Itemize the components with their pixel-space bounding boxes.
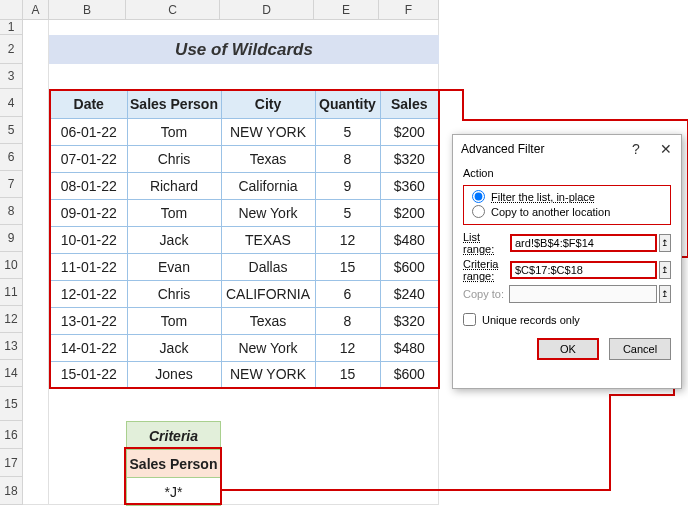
table-cell[interactable]: Evan bbox=[127, 253, 221, 280]
radio-filter-label[interactable]: Filter the list, in-place bbox=[491, 191, 595, 203]
row-header-6[interactable]: 6 bbox=[0, 144, 23, 171]
table-row[interactable]: 06-01-22TomNEW YORK5$200 bbox=[50, 118, 439, 145]
table-cell[interactable]: NEW YORK bbox=[221, 361, 315, 388]
row-header-12[interactable]: 12 bbox=[0, 306, 23, 333]
header-date[interactable]: Date bbox=[50, 90, 127, 118]
table-cell[interactable]: Texas bbox=[221, 307, 315, 334]
table-cell[interactable]: $360 bbox=[380, 172, 439, 199]
table-cell[interactable]: Richard bbox=[127, 172, 221, 199]
table-row[interactable]: 11-01-22EvanDallas15$600 bbox=[50, 253, 439, 280]
table-row[interactable]: 10-01-22JackTEXAS12$480 bbox=[50, 226, 439, 253]
row-header-13[interactable]: 13 bbox=[0, 333, 23, 360]
header-city[interactable]: City bbox=[221, 90, 315, 118]
row-header-9[interactable]: 9 bbox=[0, 225, 23, 252]
table-cell[interactable]: 13-01-22 bbox=[50, 307, 127, 334]
table-cell[interactable]: Tom bbox=[127, 307, 221, 334]
table-row[interactable]: 07-01-22ChrisTexas8$320 bbox=[50, 145, 439, 172]
table-cell[interactable]: $320 bbox=[380, 307, 439, 334]
radio-copy-label[interactable]: Copy to another location bbox=[491, 206, 610, 218]
col-header-b[interactable]: B bbox=[49, 0, 126, 20]
table-cell[interactable]: 06-01-22 bbox=[50, 118, 127, 145]
row-header-2[interactable]: 2 bbox=[0, 35, 23, 64]
table-cell[interactable]: NEW YORK bbox=[221, 118, 315, 145]
list-range-picker[interactable]: ↥ bbox=[659, 234, 671, 252]
criteria-range-input[interactable] bbox=[510, 261, 657, 279]
table-cell[interactable]: 08-01-22 bbox=[50, 172, 127, 199]
table-cell[interactable]: Tom bbox=[127, 118, 221, 145]
table-cell[interactable]: $240 bbox=[380, 280, 439, 307]
table-row[interactable]: 13-01-22TomTexas8$320 bbox=[50, 307, 439, 334]
table-cell[interactable]: $320 bbox=[380, 145, 439, 172]
row-header-14[interactable]: 14 bbox=[0, 360, 23, 387]
table-cell[interactable]: $200 bbox=[380, 118, 439, 145]
table-cell[interactable]: 11-01-22 bbox=[50, 253, 127, 280]
unique-records-checkbox[interactable] bbox=[463, 313, 476, 326]
row-header-15[interactable]: 15 bbox=[0, 387, 23, 421]
table-cell[interactable]: Chris bbox=[127, 280, 221, 307]
table-row[interactable]: 08-01-22RichardCalifornia9$360 bbox=[50, 172, 439, 199]
col-header-c[interactable]: C bbox=[126, 0, 220, 20]
criteria-value[interactable]: *J* bbox=[127, 478, 221, 506]
table-cell[interactable]: 15-01-22 bbox=[50, 361, 127, 388]
header-person[interactable]: Sales Person bbox=[127, 90, 221, 118]
table-cell[interactable]: $480 bbox=[380, 226, 439, 253]
criteria-range-picker[interactable]: ↥ bbox=[659, 261, 671, 279]
table-cell[interactable]: California bbox=[221, 172, 315, 199]
ok-button[interactable]: OK bbox=[537, 338, 599, 360]
table-cell[interactable]: 10-01-22 bbox=[50, 226, 127, 253]
row-header-7[interactable]: 7 bbox=[0, 171, 23, 198]
table-cell[interactable]: 5 bbox=[315, 118, 380, 145]
table-cell[interactable]: 15 bbox=[315, 361, 380, 388]
table-cell[interactable]: $600 bbox=[380, 253, 439, 280]
copy-to-picker[interactable]: ↥ bbox=[659, 285, 671, 303]
table-cell[interactable]: $600 bbox=[380, 361, 439, 388]
table-cell[interactable]: 6 bbox=[315, 280, 380, 307]
row-header-5[interactable]: 5 bbox=[0, 117, 23, 144]
table-row[interactable]: 09-01-22TomNew York5$200 bbox=[50, 199, 439, 226]
table-cell[interactable]: TEXAS bbox=[221, 226, 315, 253]
table-cell[interactable]: 8 bbox=[315, 307, 380, 334]
row-header-18[interactable]: 18 bbox=[0, 477, 23, 505]
table-cell[interactable]: Texas bbox=[221, 145, 315, 172]
table-cell[interactable]: 09-01-22 bbox=[50, 199, 127, 226]
table-row[interactable]: 14-01-22JackNew York12$480 bbox=[50, 334, 439, 361]
table-cell[interactable]: 5 bbox=[315, 199, 380, 226]
col-header-d[interactable]: D bbox=[220, 0, 314, 20]
radio-filter-in-place[interactable] bbox=[472, 190, 485, 203]
table-cell[interactable]: CALIFORNIA bbox=[221, 280, 315, 307]
row-header-8[interactable]: 8 bbox=[0, 198, 23, 225]
table-cell[interactable]: 9 bbox=[315, 172, 380, 199]
table-cell[interactable]: Dallas bbox=[221, 253, 315, 280]
table-cell[interactable]: Jack bbox=[127, 226, 221, 253]
table-cell[interactable]: 07-01-22 bbox=[50, 145, 127, 172]
row-header-1[interactable]: 1 bbox=[0, 20, 23, 35]
table-cell[interactable]: Jones bbox=[127, 361, 221, 388]
row-header-4[interactable]: 4 bbox=[0, 89, 23, 117]
header-sales[interactable]: Sales bbox=[380, 90, 439, 118]
row-header-3[interactable]: 3 bbox=[0, 64, 23, 89]
table-cell[interactable]: Chris bbox=[127, 145, 221, 172]
table-cell[interactable]: 12 bbox=[315, 334, 380, 361]
criteria-header[interactable]: Sales Person bbox=[127, 450, 221, 478]
unique-records-label[interactable]: Unique records only bbox=[482, 314, 580, 326]
table-cell[interactable]: New York bbox=[221, 334, 315, 361]
cancel-button[interactable]: Cancel bbox=[609, 338, 671, 360]
table-row[interactable]: 12-01-22ChrisCALIFORNIA6$240 bbox=[50, 280, 439, 307]
table-cell[interactable]: $200 bbox=[380, 199, 439, 226]
table-cell[interactable]: $480 bbox=[380, 334, 439, 361]
table-cell[interactable]: Jack bbox=[127, 334, 221, 361]
corner-cell[interactable] bbox=[0, 0, 23, 20]
list-range-input[interactable] bbox=[510, 234, 657, 252]
table-row[interactable]: 15-01-22JonesNEW YORK15$600 bbox=[50, 361, 439, 388]
table-cell[interactable]: 14-01-22 bbox=[50, 334, 127, 361]
table-cell[interactable]: 12-01-22 bbox=[50, 280, 127, 307]
col-header-a[interactable]: A bbox=[23, 0, 49, 20]
close-icon[interactable]: ✕ bbox=[651, 135, 681, 163]
row-header-10[interactable]: 10 bbox=[0, 252, 23, 279]
dialog-help-button[interactable]: ? bbox=[621, 135, 651, 163]
col-header-f[interactable]: F bbox=[379, 0, 439, 20]
criteria-title[interactable]: Criteria bbox=[127, 422, 221, 450]
table-cell[interactable]: New York bbox=[221, 199, 315, 226]
table-cell[interactable]: Tom bbox=[127, 199, 221, 226]
table-cell[interactable]: 8 bbox=[315, 145, 380, 172]
